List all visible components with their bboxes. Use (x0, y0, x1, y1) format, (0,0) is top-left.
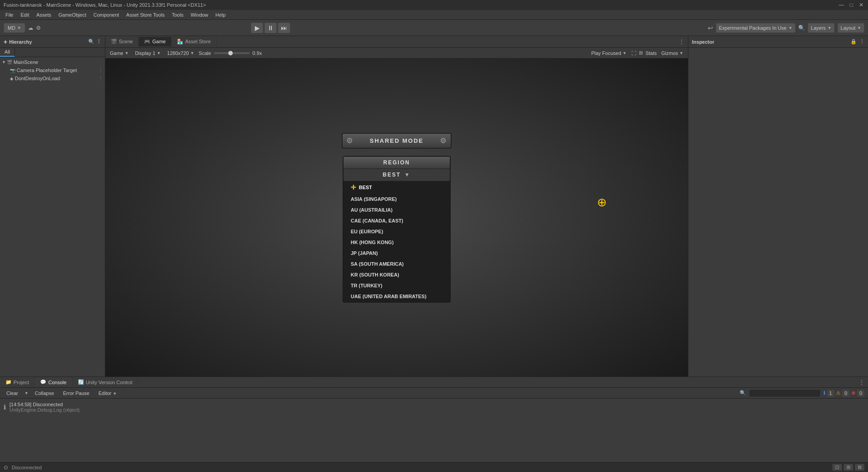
error-pause-button[interactable]: Error Pause (60, 390, 92, 396)
hierarchy-item[interactable]: ◈ DontDestroyOnLoad ⋮ (7, 74, 105, 82)
inspector-header: Inspector 🔒 ⋮ (688, 36, 868, 48)
hierarchy-item-label: MainScene (14, 59, 38, 65)
status-button-2[interactable]: ⊞ (844, 464, 853, 471)
title-text: Fusion-tanknarok - MainScene - Windows, … (4, 2, 206, 8)
version-control-tab-label: Unity Version Control (86, 380, 132, 385)
region-item-label: SA (SOUTH AMERICA) (351, 261, 404, 267)
packages-dropdown[interactable]: Experimental Packages In Use ▼ (716, 23, 796, 33)
step-button[interactable]: ⏭ (278, 23, 290, 33)
layers-label: Layers (811, 25, 826, 31)
search-icon[interactable]: 🔍 (798, 25, 805, 31)
status-button-3[interactable]: ⊠ (855, 464, 864, 471)
minimize-button[interactable]: — (838, 2, 845, 8)
settings-icon[interactable]: ⚙ (36, 25, 41, 31)
tab-scene[interactable]: 🎬Scene (105, 37, 139, 46)
resolution-label: 1280x720 (167, 50, 189, 56)
hierarchy-tab-all[interactable]: All (0, 48, 15, 57)
inspector-lock-icon[interactable]: 🔒 (850, 39, 857, 45)
stats-label[interactable]: Stats (646, 50, 657, 56)
menu-file[interactable]: File (2, 11, 17, 18)
fullscreen-icon[interactable]: ⛶ (631, 50, 636, 56)
play-button[interactable]: ▶ (251, 23, 263, 33)
log-level-icon: ℹ (4, 404, 6, 411)
hierarchy-item[interactable]: ▼ 🎬 MainScene (0, 58, 105, 66)
region-item-label: CAE (CANADA, EAST) (351, 218, 403, 223)
scale-slider-track[interactable] (214, 52, 250, 54)
region-item-uae[interactable]: UAE (UNITED ARAB EMIRATES) (344, 291, 450, 302)
region-item-best[interactable]: ✛ BEST (344, 181, 450, 194)
play-focused-button[interactable]: Play Focused ▼ (589, 50, 628, 56)
bottom-tabs: 📁 Project 💬 Console 🔄 Unity Version Cont… (0, 377, 868, 388)
status-button-1[interactable]: ⊡ (832, 464, 842, 471)
profile-button[interactable]: MD ▼ (4, 23, 25, 33)
region-dropdown-wrapper: ✛ BEST ASIA (SINGAPORE) AU (AUSTRAILIA) … (344, 181, 450, 302)
region-item-jp[interactable]: JP (JAPAN) (344, 248, 450, 259)
region-item-asia[interactable]: ASIA (SINGAPORE) (344, 194, 450, 204)
region-item-sa[interactable]: SA (SOUTH AMERICA) (344, 259, 450, 269)
layout-label: Layout (841, 25, 855, 31)
pause-button[interactable]: ⏸ (264, 23, 277, 33)
view-tabs-more[interactable]: ⋮ (675, 37, 688, 47)
region-dropdown-arrow: ▼ (404, 172, 411, 178)
layout-dropdown[interactable]: Layout ▼ (837, 23, 864, 33)
game-text: Game (110, 50, 123, 56)
gizmos-button[interactable]: Gizmos ▼ (660, 50, 685, 56)
region-item-cae[interactable]: CAE (CANADA, EAST) (344, 215, 450, 226)
clear-button[interactable]: Clear (4, 390, 21, 396)
menu-edit[interactable]: Edit (17, 11, 33, 18)
clear-dropdown-arrow[interactable]: ▼ (24, 391, 28, 395)
hierarchy-title: Hierarchy (9, 39, 32, 45)
hierarchy-search-icon[interactable]: 🔍 (88, 39, 95, 45)
menu-assetstore-tools[interactable]: Asset Store Tools (122, 11, 168, 18)
tab-version-control[interactable]: 🔄 Unity Version Control (72, 378, 138, 386)
main-toolbar: MD ▼ ☁ ⚙ ▶ ⏸ ⏭ ↩ Experimental Packages I… (0, 20, 868, 36)
undo-icon[interactable]: ↩ (708, 24, 713, 32)
add-icon[interactable]: + (4, 38, 7, 45)
region-item-au[interactable]: AU (AUSTRAILIA) (344, 204, 450, 215)
region-selected[interactable]: BEST ▼ (344, 169, 450, 181)
console-log-item[interactable]: ℹ [14:54:58] Disconnected UnityEngine.De… (0, 400, 868, 414)
region-item-tr[interactable]: TR (TURKEY) (344, 280, 450, 291)
collapse-button[interactable]: Collapse (32, 390, 57, 396)
hierarchy-more-icon[interactable]: ⋮ (96, 39, 101, 45)
region-item-hk[interactable]: HK (HONG KONG) (344, 237, 450, 248)
cloud-icon[interactable]: ☁ (28, 25, 33, 31)
item-more-icon[interactable]: ⋮ (98, 68, 103, 73)
menu-help[interactable]: Help (212, 11, 230, 18)
shared-mode-button[interactable]: SHARED MODE (342, 133, 452, 149)
console-search-input[interactable] (749, 389, 821, 397)
menu-assets[interactable]: Assets (33, 11, 55, 18)
aspect-icon[interactable]: ⊞ (639, 50, 643, 56)
bottom-tabs-more[interactable]: ⋮ (855, 378, 868, 387)
item-more-icon[interactable]: ⋮ (98, 76, 103, 82)
editor-button[interactable]: Editor ▼ (96, 390, 120, 396)
resolution-selector[interactable]: 1280x720 ▼ (165, 50, 196, 56)
inspector-more-icon[interactable]: ⋮ (859, 39, 864, 45)
display-selector[interactable]: Display 1 ▼ (133, 50, 163, 56)
resolution-arrow: ▼ (190, 51, 194, 55)
assetstore-tab-icon: 🏪 (177, 39, 183, 44)
tab-project[interactable]: 📁 Project (0, 378, 35, 386)
error-icon: ⊗ (851, 390, 855, 396)
display-label: Display 1 (135, 50, 155, 56)
region-item-label: AU (AUSTRAILIA) (351, 207, 393, 213)
hierarchy-item[interactable]: 📷 Camera Placeholder Target ⋮ (7, 66, 105, 74)
log-primary: [14:54:58] Disconnected (9, 402, 80, 407)
tab-console[interactable]: 💬 Console (35, 378, 72, 386)
menu-gameobject[interactable]: GameObject (55, 11, 90, 18)
menu-component[interactable]: Component (90, 11, 122, 18)
hierarchy-header: + Hierarchy 🔍 ⋮ (0, 36, 105, 48)
tab-assetstore[interactable]: 🏪Asset Store (172, 37, 217, 46)
close-button[interactable]: ✕ (858, 2, 864, 8)
info-count: 1 (827, 390, 834, 397)
menu-tools[interactable]: Tools (168, 11, 187, 18)
tab-game[interactable]: 🎮Game (139, 37, 172, 46)
packages-arrow: ▼ (788, 26, 792, 30)
bottom-panel: 📁 Project 💬 Console 🔄 Unity Version Cont… (0, 377, 868, 462)
region-item-eu[interactable]: EU (EUROPE) (344, 226, 450, 237)
layers-dropdown[interactable]: Layers ▼ (808, 23, 835, 33)
maximize-button[interactable]: □ (848, 2, 854, 8)
menu-window[interactable]: Window (187, 11, 212, 18)
scale-slider-thumb[interactable] (228, 51, 233, 55)
region-item-kr[interactable]: KR (SOUTH KOREA) (344, 269, 450, 280)
